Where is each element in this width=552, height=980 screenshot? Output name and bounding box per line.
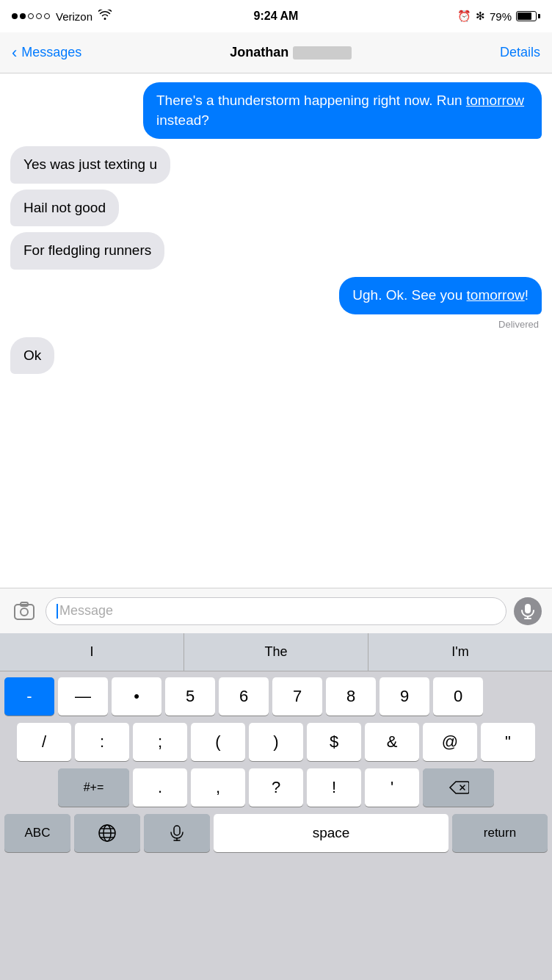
key-period[interactable]: . [133, 768, 187, 807]
message-row-3: Hail not good [10, 190, 542, 227]
key-ampersand[interactable]: & [365, 723, 419, 761]
bubble-incoming-3: For fledgling runners [10, 232, 164, 270]
wifi-icon [98, 10, 112, 23]
svg-rect-13 [174, 826, 180, 835]
nav-title: Jonathan [230, 45, 352, 60]
key-space[interactable]: space [214, 814, 448, 852]
contact-name-blurred [293, 46, 352, 60]
link-tomorrow-2[interactable]: tomorrow [467, 287, 525, 303]
input-area: Message [0, 588, 552, 633]
bluetooth-icon: ✻ [476, 10, 485, 23]
status-time: 9:24 AM [254, 10, 299, 23]
back-arrow-icon: ‹ [12, 43, 17, 62]
key-comma[interactable]: , [191, 768, 245, 807]
key-number-symbol[interactable]: #+= [58, 768, 129, 807]
key-open-paren[interactable]: ( [191, 723, 245, 761]
mic-icon [521, 603, 534, 619]
key-apostrophe[interactable]: ' [365, 768, 419, 807]
contact-name: Jonathan [230, 45, 288, 60]
signal-dot-1 [12, 13, 18, 19]
signal-dot-3 [28, 13, 34, 19]
bubble-incoming-1: Yes was just texting u [10, 146, 170, 184]
key-0[interactable]: 0 [433, 677, 483, 716]
predictive-item-The[interactable]: The [184, 633, 368, 671]
key-bullet[interactable]: • [112, 677, 161, 716]
key-delete[interactable] [423, 768, 494, 807]
key-semicolon[interactable]: ; [133, 723, 187, 761]
back-button[interactable]: ‹ Messages [12, 43, 81, 62]
keyboard-row-3: #+= . , ? ! ' [2, 768, 550, 807]
delete-icon [448, 780, 469, 795]
globe-icon [98, 824, 117, 843]
keyboard-row-1: - — • 5 6 7 8 9 0 [2, 677, 550, 716]
mic-bottom-icon [170, 825, 184, 841]
status-left: Verizon [12, 10, 112, 23]
battery-icon [516, 11, 540, 21]
bubble-outgoing-2[interactable]: Ugh. Ok. See you tomorrow! [339, 277, 542, 314]
key-question[interactable]: ? [249, 768, 303, 807]
bubble-incoming-2: Hail not good [10, 190, 119, 227]
back-label: Messages [21, 45, 81, 60]
predictive-item-I[interactable]: I [0, 633, 184, 671]
battery-percentage: 79% [490, 10, 512, 23]
message-placeholder: Message [59, 603, 113, 619]
camera-button[interactable] [10, 597, 38, 625]
message-input[interactable]: Message [46, 597, 506, 625]
status-bar: Verizon 9:24 AM ⏰ ✻ 79% [0, 0, 552, 32]
key-8[interactable]: 8 [326, 677, 376, 716]
text-cursor [57, 604, 58, 619]
carrier-name: Verizon [56, 10, 92, 23]
alarm-icon: ⏰ [457, 10, 471, 23]
key-slash[interactable]: / [17, 723, 71, 761]
keyboard-row-bottom: ABC space [2, 814, 550, 852]
key-colon[interactable]: : [75, 723, 129, 761]
key-5[interactable]: 5 [165, 677, 215, 716]
messages-area: There's a thunderstorm happening right n… [0, 73, 552, 588]
svg-point-1 [21, 608, 28, 616]
keyboard: I The I'm - — • 5 6 7 8 [0, 633, 552, 980]
message-row-7: Ok [10, 337, 542, 375]
key-at[interactable]: @ [423, 723, 477, 761]
camera-icon [14, 601, 34, 621]
key-6[interactable]: 6 [219, 677, 269, 716]
delivered-label: Delivered [10, 319, 542, 330]
key-globe[interactable] [74, 814, 140, 852]
keyboard-row-2: / : ; ( ) $ & @ " [2, 723, 550, 761]
key-quote[interactable]: " [481, 723, 535, 761]
predictive-bar: I The I'm [0, 633, 552, 671]
keys-area: - — • 5 6 7 8 9 0 [0, 671, 552, 980]
key-dollar[interactable]: $ [307, 723, 361, 761]
key-mic-bottom[interactable] [144, 814, 210, 852]
message-row-5: Ugh. Ok. See you tomorrow! [10, 277, 542, 314]
status-right: ⏰ ✻ 79% [457, 10, 540, 23]
details-button[interactable]: Details [500, 45, 540, 60]
link-tomorrow-1[interactable]: tomorrow [466, 93, 524, 108]
key-endash[interactable]: — [58, 677, 108, 716]
message-row-1: There's a thunderstorm happening right n… [10, 82, 542, 139]
navigation-bar: ‹ Messages Jonathan Details [0, 32, 552, 73]
signal-dot-2 [20, 13, 26, 19]
predictive-item-Im[interactable]: I'm [368, 633, 552, 671]
svg-rect-3 [525, 604, 531, 613]
key-abc[interactable]: ABC [4, 814, 70, 852]
key-7[interactable]: 7 [272, 677, 322, 716]
signal-strength [12, 13, 50, 19]
key-close-paren[interactable]: ) [249, 723, 303, 761]
bubble-incoming-4: Ok [10, 337, 54, 375]
message-row-2: Yes was just texting u [10, 146, 542, 184]
key-return[interactable]: return [452, 814, 548, 852]
microphone-button[interactable] [514, 597, 542, 625]
incoming-group: Yes was just texting u Hail not good For… [10, 146, 542, 270]
signal-dot-5 [44, 13, 50, 19]
key-9[interactable]: 9 [380, 677, 429, 716]
signal-dot-4 [36, 13, 42, 19]
message-row-4: For fledgling runners [10, 232, 542, 270]
key-exclamation[interactable]: ! [307, 768, 361, 807]
key-hyphen-active[interactable]: - [4, 677, 54, 716]
bubble-outgoing-1[interactable]: There's a thunderstorm happening right n… [143, 82, 542, 139]
